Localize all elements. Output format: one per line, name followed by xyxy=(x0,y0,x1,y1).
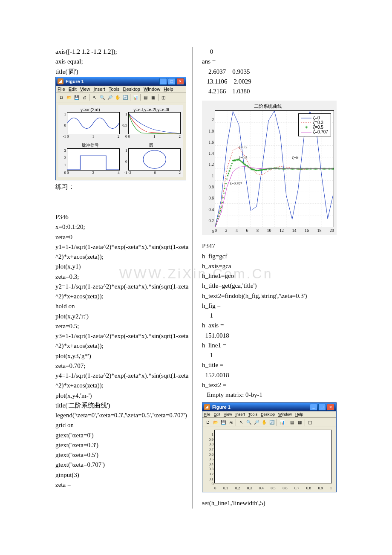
new-icon[interactable]: 🗋 xyxy=(58,94,65,101)
menu-view[interactable]: View xyxy=(80,87,90,92)
chart-y-ticks: 0 0.2 0.4 0.6 0.8 1 1.2 1.4 1.6 1.8 2 xyxy=(205,117,214,234)
menu-window[interactable]: Window xyxy=(144,87,160,92)
subplot-title: y=e-t,y=e-2t,y=e-3t xyxy=(122,107,181,112)
menu-help[interactable]: Help xyxy=(295,412,303,416)
zoom-in-icon[interactable]: 🔍 xyxy=(98,94,106,101)
menu-insert[interactable]: Insert xyxy=(235,412,245,416)
figure-titlebar[interactable]: Figure 1 _ □ × xyxy=(56,77,186,86)
code-line: h_title=get(gca,'title') xyxy=(202,281,337,291)
print-icon[interactable]: 🖨 xyxy=(81,94,88,101)
x-ticks: -2 0 2 xyxy=(128,171,181,175)
menu-insert[interactable]: Insert xyxy=(93,87,105,92)
chart-legend[interactable]: ζ=0 ζ=0.3 ✶ζ=0.5 ζ=0.707 xyxy=(298,113,331,136)
x-ticks: 0 2 4 xyxy=(67,171,120,175)
data-cursor-icon[interactable]: 📊 xyxy=(132,94,139,101)
zoom-in-icon[interactable]: 🔍 xyxy=(245,419,252,426)
print-icon[interactable]: 🖨 xyxy=(227,419,234,426)
rotate-icon[interactable]: 🔄 xyxy=(121,94,129,101)
output-line: 152.0018 xyxy=(202,370,337,380)
y-ticks: 1 0 -1 xyxy=(61,112,66,139)
output-line: 151.0018 xyxy=(202,331,337,341)
subplot-title: 圆 xyxy=(122,142,181,148)
menu-desktop[interactable]: Desktop xyxy=(261,412,275,416)
dock-icon[interactable]: ◫ xyxy=(160,94,167,101)
pointer-icon[interactable]: ↖ xyxy=(91,94,98,101)
pointer-icon[interactable]: ↖ xyxy=(237,419,245,426)
dock-icon[interactable]: ◫ xyxy=(306,419,314,426)
rotate-icon[interactable]: 🔄 xyxy=(268,419,275,426)
menu-tools[interactable]: Tools xyxy=(109,87,120,92)
save-icon[interactable]: 💾 xyxy=(219,419,227,426)
close-button[interactable]: × xyxy=(176,78,184,85)
y-ticks: 1 0.5 0 xyxy=(122,112,127,139)
output-line: 1 xyxy=(202,350,337,360)
output-line: h_axis = xyxy=(202,321,337,330)
maximize-button[interactable]: □ xyxy=(318,404,326,410)
matlab-figure-window-1: Figure 1 _ □ × File Edit View Insert Too… xyxy=(55,77,186,180)
output-line: h_title = xyxy=(202,360,337,370)
code-line: set(h_line1,'linewidth',5) xyxy=(202,498,337,508)
code-line: axis equal; xyxy=(55,57,190,66)
menu-edit[interactable]: Edit xyxy=(214,412,221,416)
open-icon[interactable]: 📂 xyxy=(212,419,219,426)
menu-tools[interactable]: Tools xyxy=(248,412,257,416)
menu-window[interactable]: Window xyxy=(278,412,292,416)
legend-icon[interactable]: ▦ xyxy=(150,94,157,101)
code-line: zeta=0.3; xyxy=(55,272,190,282)
circle-curve xyxy=(129,149,181,170)
menu-view[interactable]: View xyxy=(224,412,232,416)
figure-title-text: Figure 1 xyxy=(66,79,84,84)
pan-icon[interactable]: ✋ xyxy=(114,94,121,101)
code-line: ginput(3) xyxy=(55,470,190,480)
figure-menubar[interactable]: File Edit View Insert Tools Desktop Wind… xyxy=(202,411,336,417)
figure-titlebar[interactable]: Figure 1 _ □ × xyxy=(202,403,336,411)
code-line: title('圆') xyxy=(55,67,190,77)
figure-menubar[interactable]: File Edit View Insert Tools Desktop Wind… xyxy=(56,86,186,92)
sine-curve xyxy=(67,113,119,134)
output-line: 13.1106 2.0029 xyxy=(202,77,337,87)
figure-toolbar: 🗋 📂 💾 🖨 ↖ 🔍 🔎 ✋ 🔄 📊 ▤ ▦ ◫ xyxy=(56,92,186,102)
subplot-exp: y=e-t,y=e-2t,y=e-3t 1 0.5 0 xyxy=(122,107,181,140)
menu-edit[interactable]: Edit xyxy=(69,87,77,92)
menu-file[interactable]: File xyxy=(204,412,210,416)
data-cursor-icon[interactable]: 📊 xyxy=(278,419,285,426)
right-column: 0 ans = 2.6037 0.9035 13.1106 2.0029 4.2… xyxy=(199,47,337,509)
pulse-curve xyxy=(67,149,119,170)
menu-help[interactable]: Help xyxy=(164,87,173,92)
pan-icon[interactable]: ✋ xyxy=(260,419,268,426)
code-line: plot(x,y1) xyxy=(55,262,190,272)
minimize-button[interactable]: _ xyxy=(310,404,317,410)
menu-desktop[interactable]: Desktop xyxy=(123,87,140,92)
x-ticks: 0 1 2 xyxy=(67,134,120,139)
exp-curves xyxy=(129,113,181,134)
chart-x-ticks: 0 2 4 6 8 10 12 14 16 18 20 xyxy=(215,228,334,233)
menu-file[interactable]: File xyxy=(58,87,65,92)
close-button[interactable]: × xyxy=(327,404,334,410)
legend-item: ζ=0.707 xyxy=(301,130,328,134)
zoom-out-icon[interactable]: 🔎 xyxy=(106,94,113,101)
code-line: grid on xyxy=(55,420,190,430)
save-icon[interactable]: 💾 xyxy=(73,94,80,101)
colorbar-icon[interactable]: ▤ xyxy=(142,94,149,101)
left-column: axis([-1.2 1.2 -1.2 1.2]); axis equal; t… xyxy=(55,47,193,509)
code-line: h_axis=gca xyxy=(202,261,337,271)
figure-toolbar: 🗋 📂 💾 🖨 ↖ 🔍 🔎 ✋ 🔄 📊 ▤ ▦ ◫ xyxy=(202,417,336,427)
minimize-button[interactable]: _ xyxy=(159,78,167,85)
matlab-icon xyxy=(204,404,210,410)
code-line: zeta=0.707; xyxy=(55,361,190,371)
legend-item: ζ=0 xyxy=(301,116,328,120)
maximize-button[interactable]: □ xyxy=(168,78,176,85)
colorbar-icon[interactable]: ▤ xyxy=(288,419,296,426)
legend-icon[interactable]: ▦ xyxy=(296,419,303,426)
svg-text:ζ=0.3: ζ=0.3 xyxy=(239,145,248,150)
new-icon[interactable]: 🗋 xyxy=(204,419,211,426)
code-line: x=0:0.1:20; xyxy=(55,222,190,232)
code-line: plot(x,y3,'g*') xyxy=(55,351,190,361)
output-line: 0 xyxy=(202,47,337,57)
code-line: h_line1=gco xyxy=(202,271,337,281)
code-line: plot(x,y2,'r:') xyxy=(55,312,190,321)
y-ticks: 1 0 -1 xyxy=(122,148,127,175)
y-ticks: 3 2 1 0 xyxy=(61,148,66,175)
zoom-out-icon[interactable]: 🔎 xyxy=(253,419,260,426)
open-icon[interactable]: 📂 xyxy=(65,94,72,101)
